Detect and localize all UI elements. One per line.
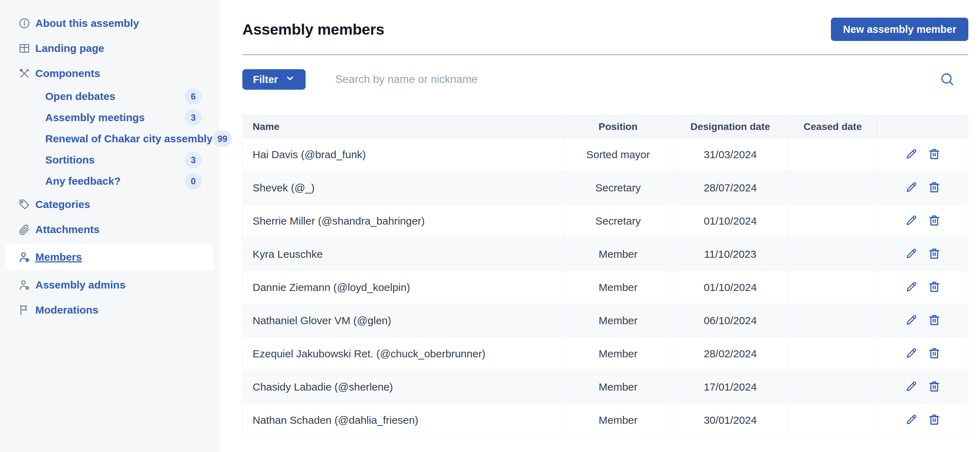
chevron-down-icon <box>285 73 295 86</box>
paperclip-icon <box>18 223 31 236</box>
member-name-cell: Ezequiel Jakubowski Ret. (@chuck_oberbru… <box>243 337 564 370</box>
delete-member-button[interactable] <box>928 281 941 295</box>
edit-member-button[interactable] <box>905 181 918 195</box>
sidebar-item-any-feedback[interactable]: Any feedback?0 <box>0 171 219 192</box>
sidebar-item-label: Members <box>35 251 82 263</box>
member-position-cell: Secretary <box>564 171 672 205</box>
member-name-cell: Dannie Ziemann (@loyd_koelpin) <box>243 271 564 304</box>
member-name-cell: Chasidy Labadie (@sherlene) <box>243 370 564 404</box>
search-icon <box>939 71 955 88</box>
member-position-cell: Member <box>564 304 672 337</box>
member-name-cell: Kyra Leuschke <box>243 238 564 271</box>
member-position-cell: Member <box>564 404 672 437</box>
member-actions-cell <box>877 205 968 238</box>
edit-member-button[interactable] <box>905 347 918 361</box>
member-name-cell: Shevek (@_) <box>243 171 564 205</box>
sidebar-item-members[interactable]: Members <box>5 244 214 270</box>
edit-member-button[interactable] <box>905 413 918 427</box>
toolbar: Filter <box>242 69 968 90</box>
count-badge: 3 <box>185 109 202 126</box>
delete-member-button[interactable] <box>928 147 941 162</box>
new-assembly-member-button[interactable]: New assembly member <box>831 17 968 41</box>
sidebar-item-label: Landing page <box>35 42 104 54</box>
delete-member-button[interactable] <box>928 314 941 328</box>
sidebar-item-sortitions[interactable]: Sortitions3 <box>0 149 219 171</box>
edit-member-button[interactable] <box>905 247 918 261</box>
delete-member-button[interactable] <box>928 214 941 228</box>
member-position-cell: Member <box>564 238 672 271</box>
member-designation-date-cell: 01/10/2024 <box>672 271 789 304</box>
filter-button[interactable]: Filter <box>242 69 305 90</box>
search-button[interactable] <box>939 71 955 88</box>
trash-icon <box>928 347 941 361</box>
trash-icon <box>928 281 941 295</box>
table-row: Hai Davis (@brad_funk)Sorted mayor31/03/… <box>243 138 968 171</box>
column-header-designation-date: Designation date <box>672 116 789 138</box>
page-title: Assembly members <box>242 21 384 38</box>
pencil-icon <box>905 247 918 261</box>
sidebar: About this assemblyLanding pageComponent… <box>0 0 219 452</box>
member-ceased-date-cell <box>789 171 877 205</box>
sidebar-nav: About this assemblyLanding pageComponent… <box>0 11 219 322</box>
edit-member-button[interactable] <box>905 380 918 394</box>
trash-icon <box>928 314 941 328</box>
sidebar-item-label: Renewal of Chakar city assembly <box>45 133 213 145</box>
tools-icon <box>18 67 31 80</box>
header-divider <box>242 54 968 55</box>
sidebar-item-label: Components <box>35 67 100 79</box>
search-input[interactable] <box>334 69 939 90</box>
sidebar-item-label: Attachments <box>35 224 100 236</box>
member-ceased-date-cell <box>789 271 877 304</box>
count-badge: 3 <box>185 152 202 168</box>
table-row: Ezequiel Jakubowski Ret. (@chuck_oberbru… <box>243 337 968 370</box>
sidebar-item-categories[interactable]: Categories <box>0 192 219 217</box>
member-designation-date-cell: 28/07/2024 <box>672 171 789 205</box>
sidebar-item-about-this-assembly[interactable]: About this assembly <box>0 11 219 36</box>
sidebar-item-assembly-admins[interactable]: Assembly admins <box>0 272 219 297</box>
sidebar-item-moderations[interactable]: Moderations <box>0 297 219 322</box>
member-ceased-date-cell <box>789 404 877 437</box>
trash-icon <box>928 247 941 261</box>
sidebar-item-label: Categories <box>35 198 90 211</box>
edit-member-button[interactable] <box>905 214 918 228</box>
delete-member-button[interactable] <box>928 413 941 427</box>
edit-member-button[interactable] <box>905 314 918 328</box>
column-header-ceased-date: Ceased date <box>789 116 877 138</box>
pencil-icon <box>905 314 918 328</box>
trash-icon <box>928 147 941 162</box>
member-actions-cell <box>877 304 968 337</box>
member-actions-cell <box>877 370 968 404</box>
delete-member-button[interactable] <box>928 181 941 195</box>
count-badge: 6 <box>185 88 202 105</box>
member-position-cell: Secretary <box>564 205 672 238</box>
delete-member-button[interactable] <box>928 380 941 394</box>
member-ceased-date-cell <box>789 304 877 337</box>
sidebar-item-components[interactable]: Components <box>0 61 219 86</box>
table-row: Shevek (@_)Secretary28/07/2024 <box>243 171 968 205</box>
member-actions-cell <box>877 171 968 205</box>
edit-member-button[interactable] <box>905 147 918 162</box>
member-name-cell: Hai Davis (@brad_funk) <box>243 138 564 171</box>
user-gear-icon <box>18 278 31 292</box>
member-actions-cell <box>877 238 968 271</box>
edit-member-button[interactable] <box>905 281 918 295</box>
member-name-cell: Sherrie Miller (@shandra_bahringer) <box>243 205 564 238</box>
column-header-name: Name <box>243 116 564 138</box>
member-name-cell: Nathaniel Glover VM (@glen) <box>243 304 564 337</box>
delete-member-button[interactable] <box>928 347 941 361</box>
sidebar-item-attachments[interactable]: Attachments <box>0 217 219 242</box>
sidebar-item-label: Assembly meetings <box>45 112 145 124</box>
pencil-icon <box>905 214 918 228</box>
sidebar-item-renewal-of-chakar-city-assembly[interactable]: Renewal of Chakar city assembly99 <box>0 128 219 149</box>
table-row: Sherrie Miller (@shandra_bahringer)Secre… <box>243 205 968 238</box>
pencil-icon <box>905 413 918 427</box>
member-ceased-date-cell <box>789 370 877 404</box>
sidebar-item-landing-page[interactable]: Landing page <box>0 36 219 61</box>
sidebar-item-label: Moderations <box>35 304 98 316</box>
member-position-cell: Member <box>564 337 672 370</box>
sidebar-item-assembly-meetings[interactable]: Assembly meetings3 <box>0 107 219 128</box>
sidebar-item-open-debates[interactable]: Open debates6 <box>0 86 219 107</box>
member-position-cell: Member <box>564 271 672 304</box>
member-position-cell: Member <box>564 370 672 404</box>
delete-member-button[interactable] <box>928 247 941 261</box>
